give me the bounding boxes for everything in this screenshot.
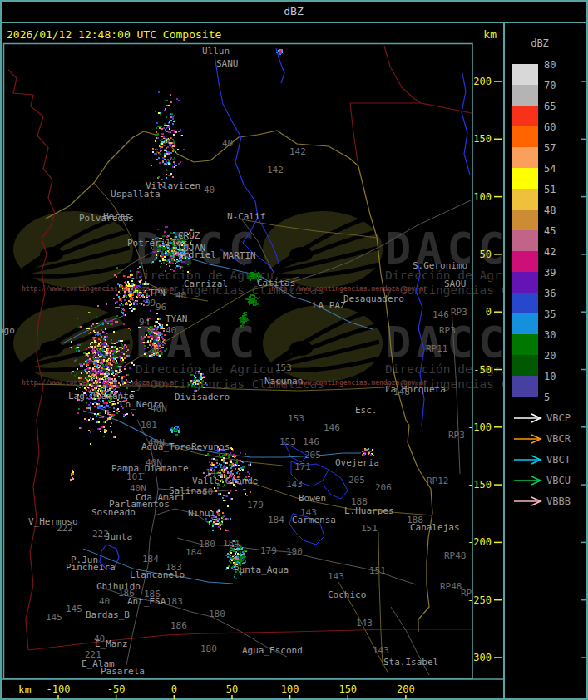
radar-echo-pixel	[229, 461, 230, 462]
radar-echo-pixel	[166, 139, 168, 140]
radar-echo-pixel	[89, 358, 91, 360]
radar-echo-pixel	[237, 556, 239, 558]
radar-echo-pixel	[161, 146, 163, 148]
radar-echo-pixel	[201, 377, 203, 379]
radar-echo-pixel	[170, 261, 171, 263]
radar-echo-pixel	[217, 520, 219, 522]
radar-echo-pixel	[125, 295, 126, 297]
radar-echo-pixel	[161, 143, 163, 145]
radar-echo-pixel	[220, 464, 222, 466]
radar-echo-pixel	[168, 153, 170, 155]
map-route-label: 190	[286, 546, 303, 557]
radar-echo-pixel	[164, 145, 166, 146]
radar-echo-pixel	[213, 458, 215, 460]
radar-echo-pixel	[104, 406, 106, 407]
radar-echo-pixel	[187, 264, 189, 265]
radar-echo-pixel	[81, 363, 82, 365]
radar-echo-pixel	[245, 314, 246, 316]
radar-echo-pixel	[194, 375, 195, 377]
radar-echo-pixel	[146, 334, 147, 336]
radar-echo-pixel	[90, 332, 91, 333]
map-place-label: Bardas_B	[86, 609, 130, 620]
radar-echo-pixel	[134, 291, 136, 293]
radar-echo-pixel	[240, 551, 241, 553]
radar-echo-pixel	[227, 553, 229, 555]
radar-echo-pixel	[101, 336, 102, 338]
radar-echo-pixel	[108, 373, 110, 375]
map-route-label: 183	[166, 596, 183, 607]
radar-echo-pixel	[94, 387, 96, 389]
radar-echo-pixel	[280, 52, 282, 54]
radar-echo-pixel	[101, 348, 103, 349]
radar-echo-pixel	[97, 333, 99, 335]
radar-echo-pixel	[106, 406, 107, 407]
colorbar-value-label: 42	[544, 246, 556, 258]
radar-echo-pixel	[112, 350, 114, 352]
radar-echo-pixel	[111, 342, 112, 343]
radar-echo-pixel	[71, 341, 72, 343]
radar-echo-pixel	[131, 310, 133, 312]
radar-echo-pixel	[161, 126, 162, 127]
radar-echo-pixel	[106, 354, 108, 356]
radar-echo-pixel	[130, 270, 131, 272]
radar-echo-pixel	[161, 328, 163, 329]
map-route-label: 146	[324, 422, 340, 433]
radar-echo-pixel	[121, 312, 122, 313]
radar-echo-pixel	[170, 131, 171, 132]
radar-echo-pixel	[116, 362, 118, 364]
radar-echo-pixel	[122, 361, 124, 362]
radar-echo-pixel	[93, 348, 95, 350]
radar-echo-pixel	[200, 368, 201, 370]
radar-echo-pixel	[225, 462, 226, 464]
radar-echo-pixel	[108, 369, 110, 371]
colorbar-swatch	[512, 376, 538, 397]
radar-echo-pixel	[103, 421, 105, 423]
radar-echo-pixel	[76, 388, 77, 390]
radar-echo-pixel	[276, 52, 278, 53]
radar-echo-pixel	[165, 141, 166, 143]
map-route-label: 143	[356, 618, 373, 629]
radar-echo-pixel	[149, 344, 151, 346]
radar-echo-pixel	[123, 376, 125, 377]
radar-echo-pixel	[116, 342, 118, 343]
map-boundary-line	[46, 131, 358, 219]
radar-echo-pixel	[173, 140, 175, 142]
radar-echo-pixel	[217, 487, 219, 489]
radar-echo-pixel	[173, 121, 175, 122]
radar-echo-pixel	[161, 150, 162, 151]
radar-echo-pixel	[116, 307, 118, 308]
radar-echo-pixel	[176, 434, 178, 436]
radar-echo-pixel	[215, 523, 217, 525]
radar-echo-pixel	[109, 407, 111, 408]
radar-echo-pixel	[131, 298, 132, 300]
radar-echo-pixel	[165, 100, 166, 101]
radar-echo-pixel	[194, 385, 195, 387]
radar-echo-pixel	[122, 313, 124, 314]
y-axis-unit: km	[483, 28, 497, 41]
radar-echo-pixel	[100, 348, 101, 349]
radar-echo-pixel	[124, 288, 126, 289]
radar-echo-pixel	[82, 365, 83, 367]
radar-echo-pixel	[94, 340, 96, 342]
radar-echo-pixel	[192, 383, 194, 385]
radar-echo-pixel	[252, 294, 254, 296]
radar-echo-pixel	[230, 490, 231, 492]
map-route-label: 142	[267, 165, 284, 175]
radar-echo-pixel	[119, 347, 121, 348]
radar-echo-pixel	[253, 302, 254, 303]
map-route-label: RP11	[426, 343, 448, 354]
radar-echo-pixel	[96, 371, 98, 372]
colorbar-value-label: 35	[544, 308, 556, 320]
radar-echo-pixel	[229, 472, 230, 474]
radar-echo-pixel	[123, 314, 125, 316]
radar-echo-pixel	[130, 274, 131, 276]
radar-echo-pixel	[258, 272, 259, 274]
radar-echo-pixel	[164, 259, 166, 261]
radar-echo-pixel	[175, 267, 176, 269]
radar-echo-pixel	[118, 382, 120, 384]
radar-echo-pixel	[111, 422, 112, 424]
radar-echo-pixel	[116, 380, 117, 382]
radar-echo-pixel	[192, 380, 194, 382]
y-axis-tick-label: 150	[473, 133, 492, 145]
radar-echo-pixel	[117, 402, 119, 404]
